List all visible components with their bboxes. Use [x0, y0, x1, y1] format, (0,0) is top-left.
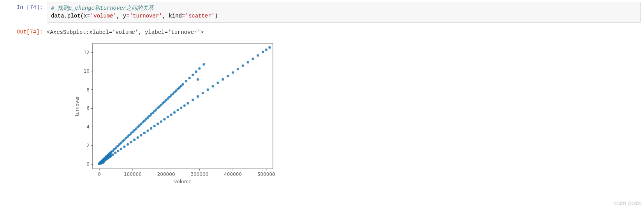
svg-point-112	[157, 123, 159, 125]
svg-point-127	[216, 81, 219, 84]
svg-point-102	[123, 145, 125, 147]
svg-point-181	[103, 160, 105, 163]
svg-text:volume: volume	[174, 179, 191, 184]
svg-text:2: 2	[86, 143, 90, 148]
svg-text:4: 4	[86, 124, 90, 130]
svg-point-99	[114, 151, 116, 154]
svg-point-84	[181, 83, 184, 85]
svg-text:8: 8	[86, 87, 90, 92]
svg-point-103	[127, 143, 129, 146]
svg-point-178	[110, 154, 112, 156]
svg-text:10: 10	[84, 68, 90, 74]
svg-text:0: 0	[86, 161, 90, 167]
svg-point-136	[262, 51, 264, 53]
svg-text:0: 0	[98, 172, 101, 177]
in-prompt: In [74]:	[0, 2, 47, 23]
svg-point-104	[130, 141, 132, 143]
svg-point-130	[232, 71, 234, 74]
out-prompt: Out[74]:	[0, 26, 47, 37]
svg-text:400000: 400000	[224, 172, 242, 177]
svg-text:12: 12	[84, 50, 90, 55]
svg-point-120	[183, 104, 186, 107]
svg-point-89	[198, 67, 201, 70]
svg-point-106	[137, 136, 139, 139]
svg-text:6: 6	[86, 105, 90, 111]
svg-point-129	[227, 75, 229, 77]
svg-point-114	[163, 118, 165, 120]
svg-point-100	[117, 150, 119, 152]
svg-point-115	[167, 116, 169, 118]
svg-point-177	[110, 151, 112, 153]
svg-point-133	[246, 61, 249, 63]
svg-point-119	[180, 107, 182, 109]
output-text: <AxesSubplot:xlabel='volume', ylabel='tu…	[47, 26, 644, 37]
svg-rect-0	[93, 43, 273, 169]
svg-point-126	[211, 85, 214, 87]
svg-point-87	[192, 74, 194, 76]
code-input[interactable]: # 找到p_change和turnover之间的关系 data.plot(x='…	[47, 2, 641, 23]
input-cell: In [74]: # 找到p_change和turnover之间的关系 data…	[0, 0, 644, 25]
svg-point-85	[185, 80, 187, 82]
code-comment: # 找到p_change和turnover之间的关系	[51, 5, 153, 11]
svg-point-121	[187, 102, 189, 104]
svg-point-182	[197, 78, 199, 81]
svg-point-128	[222, 78, 224, 81]
svg-point-109	[146, 129, 149, 132]
svg-point-110	[150, 127, 152, 130]
output-cell: Out[74]: <AxesSubplot:xlabel='volume', y…	[0, 25, 644, 39]
code-line-1: # 找到p_change和turnover之间的关系	[51, 5, 637, 12]
code-line-2: data.plot(x='volume', y='turnover', kind…	[51, 12, 637, 20]
svg-point-118	[176, 109, 179, 111]
svg-point-125	[207, 88, 209, 91]
svg-point-90	[202, 63, 205, 65]
svg-point-108	[143, 132, 146, 134]
svg-point-86	[188, 77, 190, 79]
svg-text:300000: 300000	[190, 172, 208, 177]
svg-text:500000: 500000	[257, 172, 275, 177]
svg-point-101	[120, 147, 122, 150]
svg-point-137	[265, 48, 267, 51]
chart-output: 0100000200000300000400000500000024681012…	[47, 39, 644, 190]
scatter-plot: 0100000200000300000400000500000024681012…	[73, 39, 278, 186]
svg-text:200000: 200000	[157, 172, 175, 177]
svg-point-138	[268, 46, 271, 48]
svg-point-113	[160, 120, 162, 123]
svg-point-131	[237, 68, 239, 70]
svg-text:100000: 100000	[124, 172, 142, 177]
svg-point-135	[257, 54, 259, 56]
svg-point-124	[202, 92, 204, 94]
svg-point-132	[242, 64, 244, 67]
svg-point-88	[195, 70, 197, 73]
svg-point-122	[192, 98, 194, 101]
svg-point-105	[133, 139, 135, 141]
svg-point-107	[140, 134, 142, 136]
svg-text:turnover: turnover	[74, 96, 80, 116]
svg-point-111	[153, 125, 155, 127]
svg-point-134	[252, 58, 254, 60]
svg-point-116	[170, 113, 172, 116]
svg-point-123	[197, 95, 199, 97]
svg-point-117	[173, 111, 176, 114]
